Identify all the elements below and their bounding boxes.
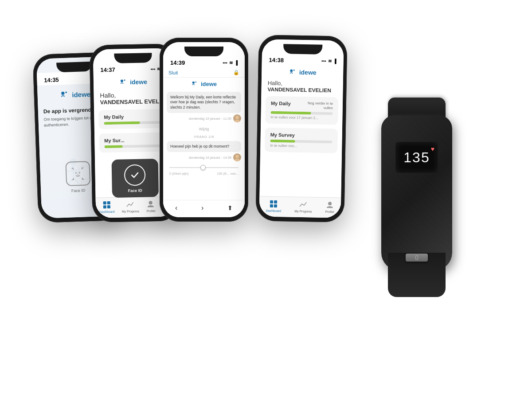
band-number: 135	[403, 150, 430, 164]
phone3-brand: idewe	[201, 81, 217, 87]
phone3-slider-max: 100 (E... voo...	[217, 172, 239, 176]
battery3-icon: ▐	[235, 60, 238, 65]
band-buckle	[406, 254, 428, 262]
phone4-survey-deadline: In te vullen voo...	[270, 144, 332, 149]
phone1-face-outline	[71, 167, 85, 180]
phone2-survey-title: My Sur...	[104, 137, 164, 143]
svg-point-24	[195, 82, 196, 83]
phone4-daily-deadline: In te vullen voor 17 januari 2...	[270, 115, 332, 120]
scene: 14:35 ▪▪▪ ≋ ▐ idewe	[22, 18, 510, 381]
phone4-status-icons: ▪▪▪ ≋ ▐	[321, 58, 336, 63]
dashboard-icon	[102, 200, 111, 209]
phone4-name: VANDENSAVEL EVELIEN	[267, 86, 336, 94]
svg-rect-15	[103, 201, 106, 204]
phone4-nav-dashboard-label: Dashboard	[266, 209, 281, 213]
svg-point-14	[124, 79, 125, 81]
phone3-logo-icon	[191, 80, 198, 87]
phone4-survey-progress	[270, 140, 332, 143]
phone2-nav-profiel-label: Profiel	[147, 209, 156, 212]
phone3-status-icons: ▪▪▪ ≋ ▐	[223, 60, 238, 65]
phone3-vraag: VRAAG 2/8	[167, 135, 241, 139]
phone2-logo-icon	[119, 78, 127, 86]
phone-4-screen: 14:38 ▪▪▪ ≋ ▐ idewe	[259, 39, 344, 218]
phone4-nav-profiel-label: Profiel	[325, 210, 334, 213]
phone4-daily-card: My Daily Nog verder in te vullen In te v…	[261, 94, 343, 127]
svg-point-27	[290, 70, 293, 72]
check-icon	[129, 170, 140, 180]
phone3-forward-icon[interactable]: ›	[201, 204, 203, 212]
phone2-nav-profiel[interactable]: Profiel	[146, 200, 156, 212]
phone1-logo: idewe	[59, 89, 90, 100]
phone2-nav-progress[interactable]: My Progress	[121, 200, 139, 213]
phone2-nav-dashboard-label: Dashboard	[99, 210, 114, 214]
phone2-nav-dashboard[interactable]: Dashboard	[99, 200, 115, 214]
phone2-brand: idewe	[130, 78, 147, 86]
phone4-nav-dashboard[interactable]: Dashboard	[266, 200, 282, 213]
phone-3: 14:39 ▪▪▪ ≋ ▐ Sluit 🔒	[160, 38, 248, 222]
phone2-logo: idewe	[119, 78, 147, 86]
svg-rect-17	[103, 205, 106, 208]
phone4-daily-title: My Daily	[271, 101, 291, 106]
phone4-survey-progress-fill	[270, 140, 295, 143]
progress-icon	[126, 200, 135, 209]
phone3-bottom-bar: ‹ › ⬆	[163, 200, 245, 217]
phone3-avatar1	[233, 114, 241, 122]
svg-point-26	[235, 155, 239, 158]
phone2-nav-progress-label: My Progress	[122, 210, 139, 213]
dashboard4-icon	[269, 200, 278, 208]
phone3-question: Hoeveel pijn heb je op dit moment?	[167, 141, 241, 152]
wifi3-icon: ≋	[229, 60, 233, 65]
phone2-survey-progress-fill	[104, 145, 122, 148]
svg-point-13	[121, 79, 123, 82]
phone2-time: 14:37	[100, 66, 115, 73]
phone3-welcome-msg: Welkom bij My Daily, een korte reflectie…	[167, 92, 241, 113]
phone3-timestamp1: donderdag 16 januari - 11:00	[189, 117, 231, 121]
phone4-daily-progress	[271, 111, 333, 115]
idewe-logo-icon	[59, 90, 70, 100]
phone4-daily-status: Nog verder in te vullen	[302, 101, 333, 110]
svg-rect-31	[270, 204, 273, 207]
phone3-sluit[interactable]: Sluit	[168, 70, 178, 75]
phone4-nav-progress[interactable]: My Progress	[294, 200, 312, 213]
band-screen: 135 ♥	[395, 142, 438, 173]
phone4-logo: idewe	[289, 68, 317, 76]
phone3-timestamp2: donderdag 16 januari - 14:39	[189, 156, 231, 160]
svg-rect-16	[107, 201, 110, 204]
phone4-nav-profiel[interactable]: Profiel	[325, 200, 335, 213]
profiel-icon	[146, 200, 155, 208]
phone4-brand: idewe	[299, 69, 317, 76]
phone3-share-icon[interactable]: ⬆	[227, 204, 233, 211]
svg-point-0	[61, 92, 65, 95]
phone4-bottom-nav: Dashboard My Progress Profiel	[259, 196, 341, 218]
svg-point-25	[235, 116, 239, 119]
svg-point-23	[192, 82, 195, 84]
phone2-daily-progress	[104, 121, 164, 125]
fitbit-band: 135 ♥	[364, 98, 497, 284]
phone3-slider-min: 0 (Geen pijn)	[169, 172, 188, 176]
wifi4-icon: ≋	[328, 59, 331, 63]
phone3-back-icon[interactable]: ‹	[175, 204, 177, 212]
signal4-icon: ▪▪▪	[321, 58, 326, 63]
svg-point-10	[75, 172, 77, 173]
phone4-daily-progress-fill	[271, 111, 311, 115]
signal3-icon: ▪▪▪	[223, 60, 227, 65]
svg-point-1	[65, 91, 67, 93]
svg-point-19	[149, 201, 153, 204]
phone4-survey-title: My Survey	[270, 132, 332, 138]
phone2-faceid-check-circle	[124, 164, 146, 186]
phone2-survey-progress	[104, 145, 164, 148]
phone3-logo: idewe	[191, 80, 217, 87]
phone1-faceid-icon-box	[65, 161, 90, 186]
phone3-time: 14:39	[170, 59, 185, 66]
phone4-time: 14:38	[269, 56, 284, 63]
phone3-lock-icon: 🔒	[233, 70, 239, 75]
svg-point-33	[328, 202, 332, 205]
battery4-icon: ▐	[333, 59, 336, 63]
phone-2-notch	[114, 53, 152, 63]
svg-rect-32	[274, 204, 277, 207]
phone3-wijzig[interactable]: Wijzig	[199, 127, 209, 131]
phone-1-notch	[56, 62, 92, 73]
progress4-icon	[299, 200, 308, 209]
phone4-logo-icon	[289, 68, 297, 76]
phone2-name: VANDENSAVEL EVEL...	[100, 98, 167, 106]
